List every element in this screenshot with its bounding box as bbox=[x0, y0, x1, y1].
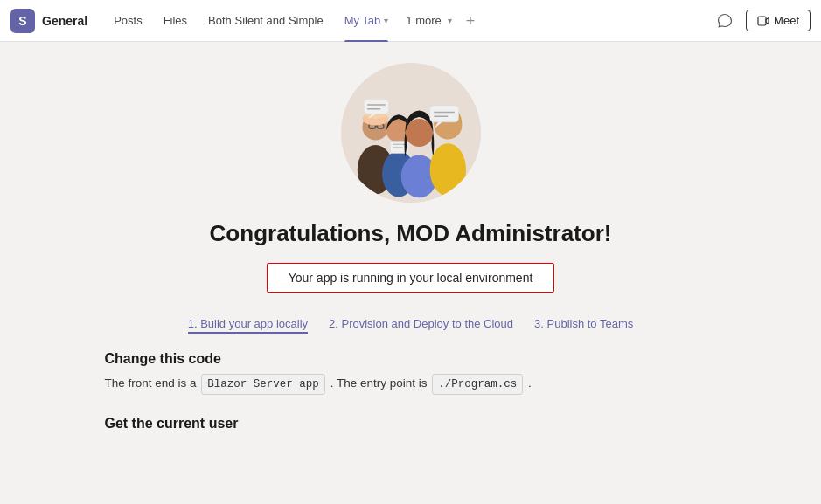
chat-icon[interactable] bbox=[711, 7, 739, 35]
change-code-section: Change this code The front end is a Blaz… bbox=[105, 351, 717, 395]
tab-my-tab[interactable]: My Tab ▾ bbox=[334, 0, 400, 42]
get-user-section: Get the current user bbox=[105, 416, 717, 438]
badge-program: ./Program.cs bbox=[432, 374, 523, 395]
get-user-title: Get the current user bbox=[105, 416, 717, 432]
more-arrow: ▾ bbox=[448, 16, 452, 25]
svg-rect-22 bbox=[364, 99, 388, 114]
status-text: Your app is running in your local enviro… bbox=[289, 271, 533, 285]
tab-add-button[interactable]: + bbox=[459, 13, 483, 29]
badge-blazor: Blazor Server app bbox=[201, 374, 325, 395]
step-1[interactable]: 1. Build your app locally bbox=[177, 317, 318, 330]
nav-bar: S General Posts Files Both Silent and Si… bbox=[0, 0, 821, 42]
change-code-title: Change this code bbox=[105, 351, 717, 367]
steps-row: 1. Build your app locally 2. Provision a… bbox=[177, 317, 644, 330]
my-tab-arrow: ▾ bbox=[384, 16, 388, 25]
tab-posts[interactable]: Posts bbox=[103, 0, 153, 42]
meet-button[interactable]: Meet bbox=[746, 10, 811, 31]
svg-rect-18 bbox=[429, 106, 458, 122]
tab-both-silent[interactable]: Both Silent and Simple bbox=[198, 0, 334, 42]
channel-name: General bbox=[42, 14, 87, 28]
main-content: Congratulations, MOD Administrator! Your… bbox=[0, 42, 821, 504]
svg-rect-0 bbox=[758, 17, 766, 25]
congrats-title: Congratulations, MOD Administrator! bbox=[210, 220, 612, 247]
illustration bbox=[341, 63, 481, 203]
step-2[interactable]: 2. Provision and Deploy to the Cloud bbox=[318, 317, 524, 330]
status-box: Your app is running in your local enviro… bbox=[267, 263, 555, 293]
tab-files[interactable]: Files bbox=[153, 0, 198, 42]
nav-right: Meet bbox=[711, 7, 811, 35]
change-code-text: The front end is a Blazor Server app . T… bbox=[105, 374, 717, 395]
tab-more[interactable]: 1 more ▾ bbox=[399, 14, 458, 27]
nav-tabs: Posts Files Both Silent and Simple My Ta… bbox=[103, 0, 711, 42]
step-3[interactable]: 3. Publish to Teams bbox=[524, 317, 644, 330]
app-icon: S bbox=[10, 9, 35, 33]
svg-point-16 bbox=[429, 143, 465, 196]
